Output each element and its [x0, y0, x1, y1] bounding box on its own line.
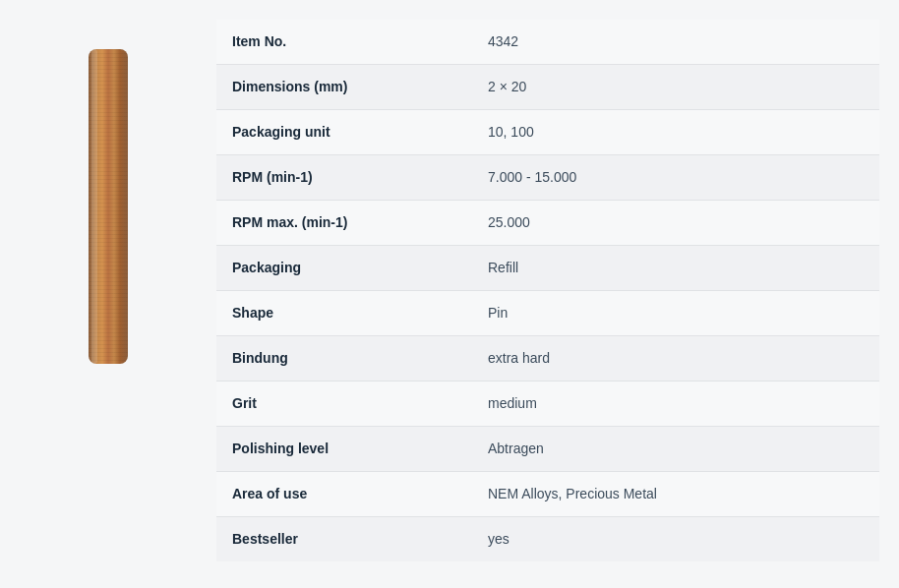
table-row: RPM (min-1)7.000 - 15.000	[216, 155, 879, 201]
spec-label: Polishing level	[216, 427, 472, 472]
product-image	[89, 49, 128, 364]
image-panel	[0, 20, 216, 568]
spec-value: 7.000 - 15.000	[472, 155, 879, 201]
table-row: Gritmedium	[216, 382, 879, 427]
spec-label: Dimensions (mm)	[216, 65, 472, 110]
spec-value: NEM Alloys, Precious Metal	[472, 472, 879, 517]
table-panel: Item No.4342Dimensions (mm)2 × 20Packagi…	[216, 20, 899, 568]
spec-value: 2 × 20	[472, 65, 879, 110]
spec-value: yes	[472, 517, 879, 562]
spec-label: RPM max. (min-1)	[216, 201, 472, 246]
spec-label: Bindung	[216, 336, 472, 382]
table-row: Dimensions (mm)2 × 20	[216, 65, 879, 110]
table-row: PackagingRefill	[216, 246, 879, 291]
table-row: Bestselleryes	[216, 517, 879, 562]
spec-label: Shape	[216, 291, 472, 336]
spec-value: 25.000	[472, 201, 879, 246]
page-container: Item No.4342Dimensions (mm)2 × 20Packagi…	[0, 0, 899, 588]
spec-label: Area of use	[216, 472, 472, 517]
spec-label: Packaging unit	[216, 110, 472, 155]
table-row: Packaging unit10, 100	[216, 110, 879, 155]
spec-value: medium	[472, 382, 879, 427]
spec-value: 4342	[472, 20, 879, 65]
table-row: RPM max. (min-1)25.000	[216, 201, 879, 246]
table-row: Area of useNEM Alloys, Precious Metal	[216, 472, 879, 517]
spec-value: 10, 100	[472, 110, 879, 155]
table-row: Item No.4342	[216, 20, 879, 65]
spec-label: Packaging	[216, 246, 472, 291]
table-row: Bindungextra hard	[216, 336, 879, 382]
table-row: Polishing levelAbtragen	[216, 427, 879, 472]
product-specs-table: Item No.4342Dimensions (mm)2 × 20Packagi…	[216, 20, 879, 561]
spec-value: Pin	[472, 291, 879, 336]
spec-label: Grit	[216, 382, 472, 427]
spec-label: Item No.	[216, 20, 472, 65]
spec-value: Abtragen	[472, 427, 879, 472]
spec-label: RPM (min-1)	[216, 155, 472, 201]
spec-label: Bestseller	[216, 517, 472, 562]
spec-value: Refill	[472, 246, 879, 291]
table-row: ShapePin	[216, 291, 879, 336]
spec-value: extra hard	[472, 336, 879, 382]
